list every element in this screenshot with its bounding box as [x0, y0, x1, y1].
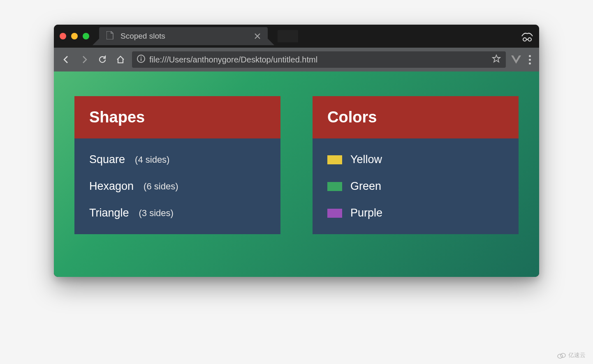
- color-swatch: [327, 182, 342, 191]
- shape-name: Triangle: [89, 207, 129, 219]
- watermark-text: 亿速云: [568, 352, 586, 359]
- list-item: Yellow: [327, 153, 504, 166]
- close-tab-icon[interactable]: [255, 32, 260, 41]
- vue-extension-icon[interactable]: [511, 55, 521, 64]
- watermark: 亿速云: [557, 352, 586, 359]
- shape-detail: (4 sides): [135, 154, 169, 165]
- bookmark-star-icon[interactable]: [492, 54, 501, 65]
- address-bar[interactable]: file:///Users/anthonygore/Desktop/untitl…: [132, 51, 506, 68]
- tab-strip: Scoped slots: [54, 25, 539, 48]
- color-name: Yellow: [350, 153, 382, 166]
- svg-point-3: [141, 56, 141, 57]
- svg-point-0: [523, 38, 526, 41]
- colors-card: Colors Yellow Green Purple: [313, 96, 519, 234]
- inactive-tab[interactable]: [278, 30, 298, 42]
- tab-title: Scoped slots: [120, 32, 248, 41]
- shapes-card: Shapes Square (4 sides) Hexagon (6 sides…: [74, 96, 280, 234]
- browser-toolbar: file:///Users/anthonygore/Desktop/untitl…: [54, 48, 539, 71]
- shape-detail: (6 sides): [144, 181, 178, 192]
- list-item: Green: [327, 180, 504, 193]
- shape-detail: (3 sides): [139, 208, 174, 219]
- colors-card-title: Colors: [313, 96, 519, 138]
- color-swatch: [327, 155, 342, 164]
- shapes-card-body: Square (4 sides) Hexagon (6 sides) Trian…: [74, 138, 280, 234]
- color-name: Green: [350, 180, 381, 193]
- minimize-window-button[interactable]: [71, 33, 78, 39]
- card-container: Shapes Square (4 sides) Hexagon (6 sides…: [74, 96, 519, 234]
- close-window-button[interactable]: [60, 33, 66, 39]
- list-item: Purple: [327, 207, 504, 219]
- list-item: Triangle (3 sides): [89, 207, 266, 219]
- browser-menu-button[interactable]: [526, 55, 533, 65]
- window-controls: [60, 33, 89, 39]
- shape-name: Square: [89, 153, 125, 166]
- file-icon: [107, 31, 114, 41]
- url-text: file:///Users/anthonygore/Desktop/untitl…: [149, 55, 488, 65]
- shape-name: Hexagon: [89, 180, 134, 193]
- color-swatch: [327, 209, 342, 218]
- back-button[interactable]: [60, 53, 73, 66]
- incognito-icon: [521, 31, 533, 41]
- svg-point-1: [528, 38, 531, 41]
- reload-button[interactable]: [96, 53, 109, 66]
- maximize-window-button[interactable]: [83, 33, 89, 39]
- list-item: Hexagon (6 sides): [89, 180, 266, 193]
- site-info-icon[interactable]: [137, 55, 145, 65]
- shapes-card-title: Shapes: [74, 96, 280, 138]
- svg-point-5: [558, 354, 563, 358]
- svg-rect-4: [141, 58, 141, 61]
- browser-window: Scoped slots file:///Users/anth: [54, 25, 539, 277]
- home-button[interactable]: [114, 53, 127, 66]
- list-item: Square (4 sides): [89, 153, 266, 166]
- colors-card-body: Yellow Green Purple: [313, 138, 519, 234]
- browser-tab[interactable]: Scoped slots: [99, 27, 268, 45]
- color-name: Purple: [350, 207, 382, 219]
- svg-point-6: [561, 353, 565, 357]
- page-content: Shapes Square (4 sides) Hexagon (6 sides…: [54, 71, 539, 277]
- forward-button[interactable]: [78, 53, 91, 66]
